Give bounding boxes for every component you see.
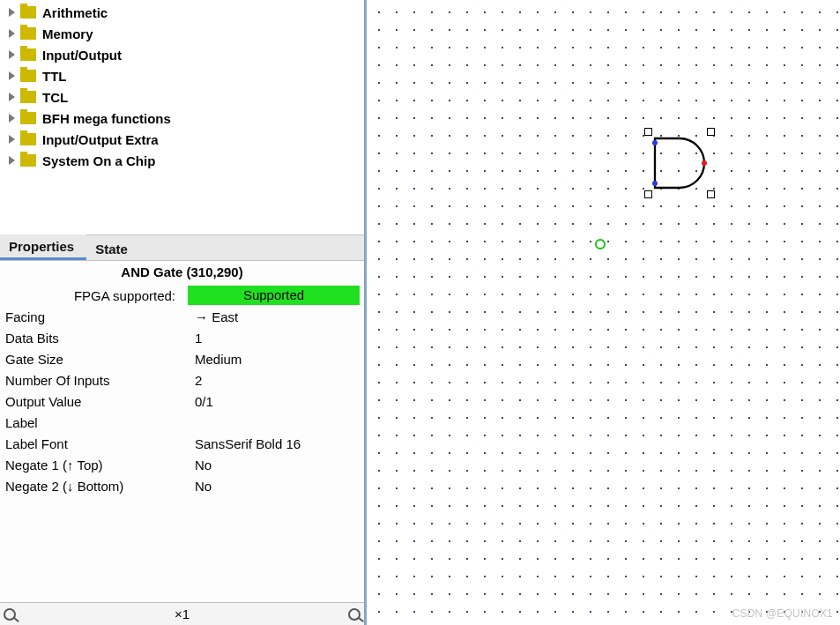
properties-tabs: Properties State [0,234,364,261]
expand-arrow-icon [9,156,15,165]
prop-key: Label Font [5,436,195,451]
circuit-canvas[interactable]: CSDN @EQUINOX1 [365,0,840,625]
folder-icon [20,112,36,124]
prop-val: No [195,458,364,472]
prop-key: Label [5,415,195,430]
prop-row-data-bits[interactable]: Data Bits 1 [0,327,364,348]
svg-point-2 [702,160,707,166]
tree-item-ttl[interactable]: TTL [0,65,364,86]
expand-arrow-icon [9,71,15,80]
tree-item-tcl[interactable]: TCL [0,86,364,108]
tab-properties[interactable]: Properties [0,234,86,260]
tab-state[interactable]: State [86,237,140,260]
prop-val: 2 [195,373,364,388]
folder-icon [20,70,36,82]
tree-item-label: TCL [42,90,68,105]
tree-item-label: Arithmetic [42,5,108,20]
prop-row-fpga-supported[interactable]: FPGA supported: Supported [0,285,364,306]
selection-handle-ne[interactable] [707,128,715,136]
folder-icon [20,48,36,61]
expand-arrow-icon [9,114,15,123]
prop-key: Negate 1 (↑ Top) [5,458,195,472]
watermark: CSDN @EQUINOX1 [732,607,833,620]
tree-item-arithmetic[interactable]: Arithmetic [0,2,364,23]
selection-handle-nw[interactable] [644,128,652,136]
prop-val: → East [195,309,364,324]
selection-handle-sw[interactable] [644,190,652,198]
tree-item-label: System On a Chip [42,153,155,168]
origin-marker-icon [595,239,606,249]
tree-item-input-output-extra[interactable]: Input/Output Extra [0,129,364,150]
prop-row-label-font[interactable]: Label Font SansSerif Bold 16 [0,433,364,454]
properties-table: FPGA supported: Supported Facing → East … [0,285,364,602]
expand-arrow-icon [9,93,15,101]
prop-val: 1 [195,331,364,346]
prop-row-output-value[interactable]: Output Value 0/1 [0,391,364,412]
tree-item-label: BFH mega functions [42,111,171,126]
svg-point-1 [652,181,658,186]
tree-item-bfh-mega-functions[interactable]: BFH mega functions [0,108,364,129]
expand-arrow-icon [9,29,15,38]
tree-item-memory[interactable]: Memory [0,23,364,44]
tree-item-label: Memory [42,26,93,41]
expand-arrow-icon [9,8,15,17]
prop-row-number-of-inputs[interactable]: Number Of Inputs 2 [0,369,364,391]
component-header: AND Gate (310,290) [0,261,364,285]
and-gate-icon [649,132,710,194]
and-gate-component[interactable] [649,132,710,194]
prop-val: No [195,479,364,494]
prop-key: FPGA supported: [5,288,188,303]
prop-key: Facing [5,309,195,324]
folder-icon [20,154,36,167]
zoom-level: ×1 [175,606,190,621]
tree-item-system-on-a-chip[interactable]: System On a Chip [0,150,364,171]
prop-row-negate-1[interactable]: Negate 1 (↑ Top) No [0,454,364,475]
prop-row-gate-size[interactable]: Gate Size Medium [0,348,364,369]
expand-arrow-icon [9,50,15,59]
tree-item-input-output[interactable]: Input/Output [0,44,364,65]
prop-row-facing[interactable]: Facing → East [0,306,364,327]
zoom-bar: ×1 [0,602,364,625]
app-root: Arithmetic Memory Input/Output TTL TCL [0,0,840,625]
prop-row-negate-2[interactable]: Negate 2 (↓ Bottom) No [0,475,364,496]
prop-val: Medium [195,352,364,367]
tree-item-label: Input/Output Extra [42,132,159,147]
selection-handle-se[interactable] [707,190,715,198]
prop-val: SansSerif Bold 16 [195,436,364,451]
prop-val: 0/1 [195,394,364,409]
tree-item-label: TTL [42,69,67,84]
folder-icon [20,91,36,103]
folder-icon [20,6,36,19]
prop-key: Gate Size [5,352,195,367]
tree-item-label: Input/Output [42,48,122,63]
prop-key: Data Bits [5,331,195,346]
zoom-out-icon[interactable] [4,608,16,621]
prop-key: Output Value [5,394,195,409]
tree-empty-space [0,171,364,229]
prop-key: Number Of Inputs [5,373,195,388]
folder-icon [20,27,36,40]
prop-val: Supported [188,286,364,305]
expand-arrow-icon [9,135,15,144]
supported-badge: Supported [188,286,360,305]
prop-row-label[interactable]: Label [0,412,364,433]
left-pane: Arithmetic Memory Input/Output TTL TCL [0,0,365,625]
prop-key: Negate 2 (↓ Bottom) [5,479,195,494]
svg-point-0 [652,140,658,145]
folder-icon [20,133,36,145]
component-tree: Arithmetic Memory Input/Output TTL TCL [0,0,364,234]
zoom-in-icon[interactable] [348,608,361,621]
